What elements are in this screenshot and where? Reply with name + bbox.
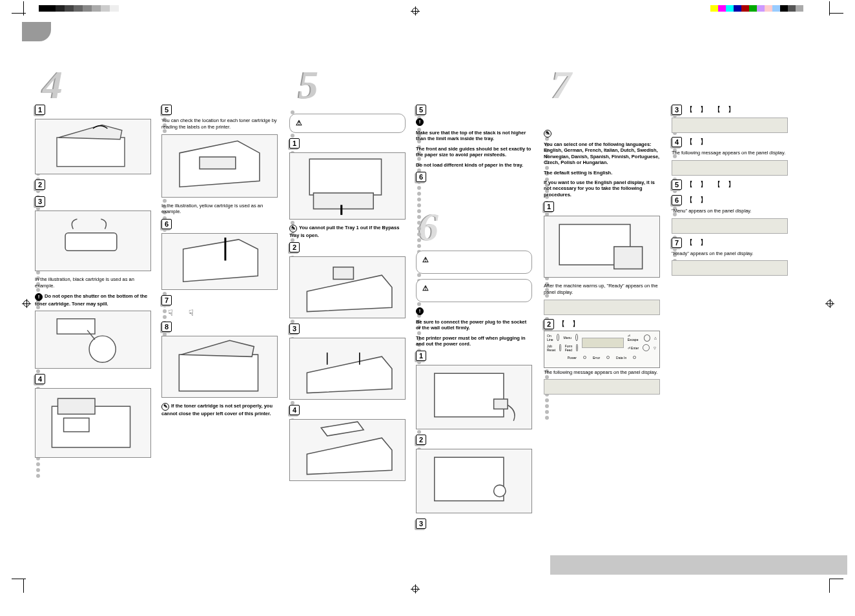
crop-mark xyxy=(829,1,843,15)
pencil-icon: ✎ xyxy=(161,403,169,411)
svg-point-4 xyxy=(89,336,116,362)
note-text: You can select one of the following lang… xyxy=(544,141,660,166)
svg-marker-13 xyxy=(181,340,254,356)
caption: In the illustration, black cartridge is … xyxy=(35,276,151,289)
intro-text: You can check the location for each tone… xyxy=(161,118,278,130)
caption: In the illustration, yellow cartridge is… xyxy=(161,203,278,216)
printer-insert-cartridge-illustration xyxy=(35,388,151,458)
svg-marker-19 xyxy=(307,438,392,475)
important-icon: ! xyxy=(35,293,43,301)
note-text: The front and side guides should be set … xyxy=(416,146,532,158)
svg-rect-0 xyxy=(57,138,125,167)
note-text: Be sure to connect the power plug to the… xyxy=(416,319,532,331)
crop-mark xyxy=(12,1,26,15)
key-bracket: 【 】 xyxy=(686,238,708,247)
svg-rect-8 xyxy=(64,418,89,431)
step-badge: 1 xyxy=(544,201,554,212)
svg-rect-10 xyxy=(200,157,236,169)
step-badge: 6 xyxy=(416,172,426,182)
caption: "Ready" appears on the panel display. xyxy=(672,251,788,257)
step-badge: 3 xyxy=(416,518,426,529)
warning-text: Do not open the shutter on the bottom of… xyxy=(35,293,147,307)
cartridge-seat-illustration xyxy=(161,134,278,198)
printer-open-cover-illustration xyxy=(35,119,151,174)
lcd-display xyxy=(672,118,788,133)
svg-rect-7 xyxy=(57,398,95,414)
note-text: If the toner cartridge is not set proper… xyxy=(161,403,273,416)
printer-panel-illustration xyxy=(544,216,660,278)
key-bracket: 【 】 【 】 xyxy=(686,180,736,189)
key-bracket: 【 】 【 】 xyxy=(686,105,736,114)
plug-cord-illustration xyxy=(416,365,532,429)
svg-rect-14 xyxy=(309,159,381,195)
svg-rect-2 xyxy=(65,233,117,251)
step-badge: 6 xyxy=(161,219,172,229)
tint-scale xyxy=(56,5,119,12)
fold-arrow-icon xyxy=(22,22,51,41)
caption: The following message appears on the pan… xyxy=(672,150,788,156)
step-badge: 2 xyxy=(35,180,45,190)
control-panel-diagram: On LineMenu Job ResetForm Feed ⏎ Escape△… xyxy=(544,331,660,368)
click-icons: ☟ ☟ xyxy=(168,308,278,318)
svg-point-24 xyxy=(494,486,506,497)
step-badge: 5 xyxy=(161,105,172,115)
step-badge: 7 xyxy=(161,295,172,305)
footer-strip xyxy=(550,555,847,575)
load-paper-illustration xyxy=(289,419,406,481)
svg-rect-21 xyxy=(435,374,504,417)
important-icon: ! xyxy=(416,307,424,315)
key-bracket: 【 】 xyxy=(558,319,581,329)
registration-mark-top xyxy=(411,6,420,15)
color-bar xyxy=(710,5,803,12)
step-badge: 5 xyxy=(416,105,426,115)
step-badge: 3 xyxy=(35,196,45,207)
cartridge-tape-illustration xyxy=(161,233,278,290)
step-badge: 2 xyxy=(289,242,300,252)
svg-marker-20 xyxy=(321,422,364,436)
svg-rect-12 xyxy=(179,354,258,391)
note-text: You cannot pull the Tray 1 out if the By… xyxy=(289,225,399,238)
svg-marker-16 xyxy=(307,276,392,312)
step-badge: 6 xyxy=(672,195,682,205)
cartridge-shake-illustration xyxy=(35,210,151,271)
important-icon: ! xyxy=(416,118,424,126)
svg-marker-18 xyxy=(307,357,392,393)
tray-lift-illustration xyxy=(289,256,406,318)
key-bracket: 【 】 xyxy=(686,195,708,205)
step-badge: 8 xyxy=(161,322,172,332)
svg-rect-26 xyxy=(614,247,643,269)
svg-rect-22 xyxy=(494,399,508,409)
svg-rect-15 xyxy=(313,193,373,209)
tray-guide-illustration xyxy=(289,338,406,400)
step-badge: 1 xyxy=(416,351,426,361)
step-badge: 1 xyxy=(35,105,45,115)
caption: "Menu" appears on the panel display. xyxy=(672,208,788,214)
section-number-4: 4 xyxy=(43,62,63,108)
registration-mark-bottom xyxy=(411,584,420,593)
section-number-5: 5 xyxy=(298,62,318,108)
step-badge: 4 xyxy=(289,405,300,415)
power-switch-illustration xyxy=(416,449,532,513)
close-cover-illustration xyxy=(161,336,278,398)
step-badge: 5 xyxy=(672,180,682,190)
svg-rect-17 xyxy=(333,267,353,280)
warning-icon xyxy=(422,285,429,293)
lcd-display xyxy=(672,218,788,234)
caption: The following message appears on the pan… xyxy=(544,369,660,376)
registration-mark-right xyxy=(825,299,834,308)
svg-rect-3 xyxy=(57,319,95,334)
note-text: If you want to use the English panel dis… xyxy=(544,180,660,198)
crop-mark xyxy=(12,579,26,593)
lcd-display xyxy=(672,260,788,276)
lcd-display xyxy=(544,379,660,395)
cartridge-bottom-illustration xyxy=(35,311,151,369)
note-text: Do not load different kinds of paper in … xyxy=(416,162,532,168)
note-text: Make sure that the top of the stack is n… xyxy=(416,130,532,142)
warning-icon xyxy=(422,256,429,264)
step-badge: 1 xyxy=(289,138,300,149)
step-badge: 3 xyxy=(672,105,682,115)
step-badge: 4 xyxy=(35,374,45,384)
step-badge: 2 xyxy=(416,435,426,445)
step-badge: 3 xyxy=(289,323,300,334)
svg-marker-11 xyxy=(183,240,258,282)
